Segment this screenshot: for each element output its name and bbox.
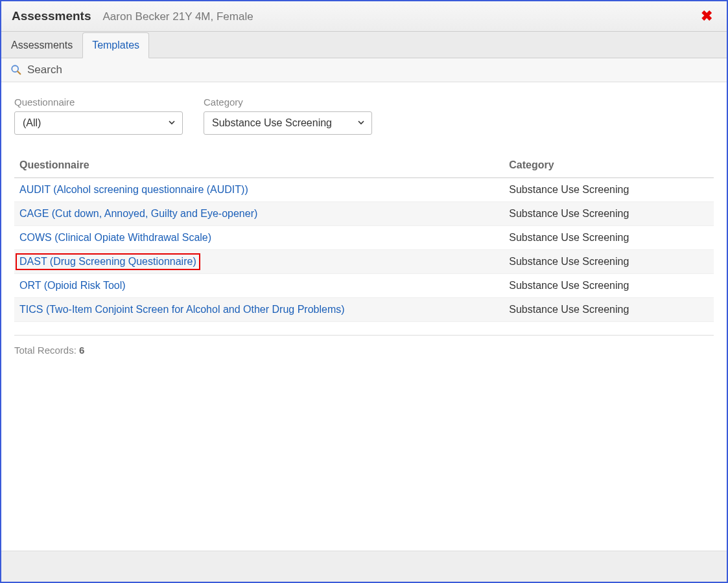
chevron-down-icon: [357, 117, 365, 129]
tab-assessments[interactable]: Assessments: [1, 32, 82, 58]
filter-questionnaire-label: Questionnaire: [14, 97, 183, 108]
svg-line-1: [18, 71, 20, 74]
footer: [1, 551, 727, 582]
table-row: AUDIT (Alcohol screening questionnaire (…: [14, 178, 714, 202]
table-row: COWS (Clinical Opiate Withdrawal Scale)S…: [14, 226, 714, 250]
total-records-label: Total Records:: [14, 345, 79, 356]
col-category[interactable]: Category: [504, 153, 714, 178]
category-cell: Substance Use Screening: [504, 226, 714, 250]
questionnaire-link[interactable]: TICS (Two-Item Conjoint Screen for Alcoh…: [19, 304, 345, 315]
highlight-box: DAST (Drug Screening Questionnaire): [16, 253, 200, 270]
questionnaire-link[interactable]: ORT (Opioid Risk Tool): [19, 280, 126, 291]
total-records: Total Records: 6: [14, 335, 714, 356]
filter-questionnaire: Questionnaire (All): [14, 97, 183, 135]
category-cell: Substance Use Screening: [504, 250, 714, 274]
patient-info: Aaron Becker 21Y 4M, Female: [103, 10, 253, 23]
table-row: CAGE (Cut down, Annoyed, Guilty and Eye-…: [14, 202, 714, 226]
questionnaire-link[interactable]: AUDIT (Alcohol screening questionnaire (…: [19, 184, 248, 195]
category-select[interactable]: Substance Use Screening: [204, 111, 372, 135]
filter-category: Category Substance Use Screening: [204, 97, 372, 135]
questionnaire-select[interactable]: (All): [14, 111, 183, 135]
window-title: Assessments: [12, 9, 91, 23]
total-records-count: 6: [79, 345, 84, 356]
filters: Questionnaire (All) Category Substance U…: [14, 97, 714, 135]
titlebar: Assessments Aaron Becker 21Y 4M, Female …: [1, 1, 727, 32]
filter-category-label: Category: [204, 97, 372, 108]
category-cell: Substance Use Screening: [504, 274, 714, 298]
chevron-down-icon: [168, 117, 176, 129]
questionnaire-link[interactable]: CAGE (Cut down, Annoyed, Guilty and Eye-…: [19, 208, 257, 219]
search-icon: [10, 64, 22, 76]
close-icon[interactable]: ✖: [697, 8, 716, 25]
category-cell: Substance Use Screening: [504, 202, 714, 226]
questionnaire-link[interactable]: DAST (Drug Screening Questionnaire): [19, 256, 196, 267]
search-label: Search: [27, 63, 62, 76]
templates-table: Questionnaire Category AUDIT (Alcohol sc…: [14, 153, 714, 322]
content-area: Questionnaire (All) Category Substance U…: [1, 82, 727, 551]
category-cell: Substance Use Screening: [504, 298, 714, 322]
table-row: DAST (Drug Screening Questionnaire)Subst…: [14, 250, 714, 274]
category-select-value: Substance Use Screening: [212, 117, 332, 129]
tabs: Assessments Templates: [1, 32, 727, 58]
category-cell: Substance Use Screening: [504, 178, 714, 202]
questionnaire-link[interactable]: COWS (Clinical Opiate Withdrawal Scale): [19, 232, 211, 243]
tab-templates[interactable]: Templates: [82, 32, 149, 58]
titlebar-left: Assessments Aaron Becker 21Y 4M, Female: [12, 9, 253, 23]
assessments-modal: Assessments Aaron Becker 21Y 4M, Female …: [0, 0, 728, 583]
col-questionnaire[interactable]: Questionnaire: [14, 153, 504, 178]
table-row: ORT (Opioid Risk Tool)Substance Use Scre…: [14, 274, 714, 298]
search-bar[interactable]: Search: [1, 58, 727, 82]
table-row: TICS (Two-Item Conjoint Screen for Alcoh…: [14, 298, 714, 322]
table-header-row: Questionnaire Category: [14, 153, 714, 178]
questionnaire-select-value: (All): [23, 117, 41, 129]
